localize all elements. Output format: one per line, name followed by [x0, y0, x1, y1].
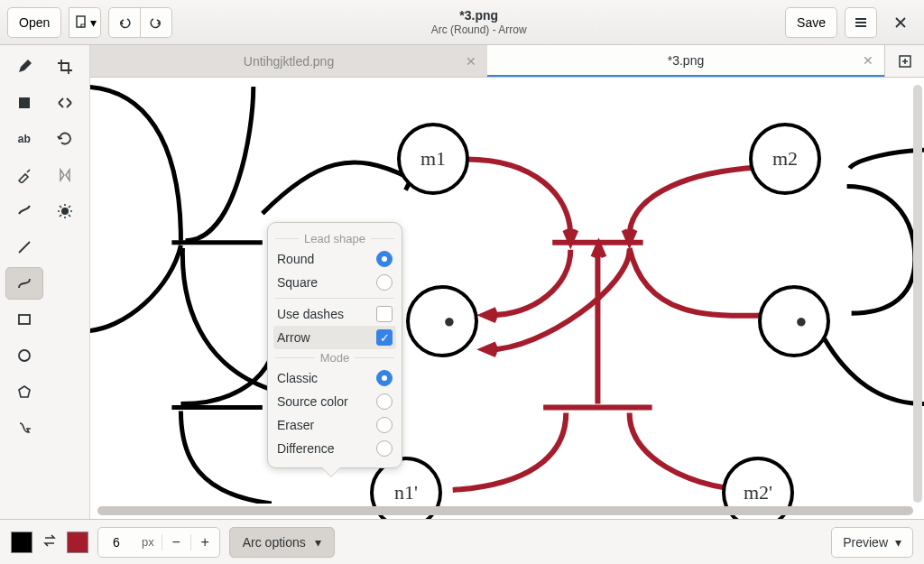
increase-button[interactable]: +	[190, 534, 219, 550]
option-label: Difference	[277, 441, 335, 456]
svg-rect-3	[19, 315, 30, 324]
radio-icon	[376, 440, 393, 457]
rotate-tool[interactable]	[47, 123, 85, 155]
menu-button[interactable]	[845, 7, 877, 38]
close-window-button[interactable]	[884, 7, 917, 38]
curve-tool[interactable]	[5, 267, 43, 300]
popover-section-title: Lead shape	[275, 230, 394, 247]
rotate-icon	[57, 131, 73, 147]
diagram-node: ●	[406, 285, 478, 357]
option-source-color[interactable]: Source color	[275, 390, 394, 413]
tab-label: Untihgjktled.png	[244, 54, 334, 69]
canvas[interactable]: m1 m2 ● ● n1' m2'	[90, 78, 924, 519]
polygon-icon	[16, 384, 32, 400]
scale-tool[interactable]	[47, 87, 85, 119]
option-square[interactable]: Square	[275, 271, 394, 294]
flip-tool[interactable]	[47, 159, 85, 191]
flip-icon	[57, 167, 73, 183]
new-doc-icon	[74, 15, 88, 30]
stroke-size-input[interactable]	[98, 535, 134, 550]
select-tool[interactable]	[5, 87, 43, 119]
swap-colors-button[interactable]	[42, 532, 58, 551]
smudge-tool[interactable]	[5, 195, 43, 227]
tab-close-button[interactable]: ✕	[863, 53, 873, 68]
stroke-size-control: px − +	[97, 527, 220, 558]
node-label: m2	[772, 147, 798, 171]
text-tool[interactable]: ab	[5, 123, 43, 155]
circle-icon	[16, 347, 32, 364]
crop-tool[interactable]	[47, 51, 85, 83]
radio-icon	[376, 251, 393, 267]
polygon-tool[interactable]	[5, 375, 43, 408]
option-dashes[interactable]: Use dashes	[275, 302, 394, 326]
hamburger-icon	[854, 15, 868, 30]
freeform-icon	[16, 420, 32, 436]
option-label: Round	[277, 252, 314, 266]
redo-icon	[149, 15, 163, 30]
window-subtitle: Arc (Round) - Arrow	[180, 23, 778, 36]
new-tab-icon	[898, 54, 912, 69]
circle-tool[interactable]	[5, 339, 43, 372]
new-group: ▾	[69, 7, 101, 38]
option-classic[interactable]: Classic	[275, 366, 394, 390]
preview-button[interactable]: Preview ▾	[831, 527, 913, 558]
curve-icon	[16, 275, 32, 291]
tab-0[interactable]: Untihgjktled.png ✕	[90, 45, 487, 77]
new-tab-button[interactable]	[884, 45, 924, 77]
freeform-tool[interactable]	[5, 411, 43, 444]
undo-button[interactable]	[108, 7, 141, 38]
divider	[275, 298, 394, 299]
foreground-color[interactable]	[11, 532, 32, 553]
window-title: *3.png	[180, 8, 778, 23]
save-button[interactable]: Save	[785, 7, 837, 38]
picker-icon	[16, 167, 32, 183]
diagram-node: m1	[397, 123, 469, 195]
tab-close-button[interactable]: ✕	[466, 54, 476, 69]
line-icon	[16, 239, 32, 255]
option-difference[interactable]: Difference	[275, 437, 394, 460]
bottombar: px − + Arc options ▾ Preview ▾	[0, 519, 924, 564]
new-button[interactable]: ▾	[69, 7, 101, 38]
expand-icon	[57, 95, 73, 111]
node-label: m2'	[744, 481, 772, 504]
brightness-tool[interactable]	[47, 195, 85, 227]
tab-1[interactable]: *3.png ✕	[487, 45, 884, 77]
diagram-node: m2	[749, 123, 821, 195]
radio-icon	[376, 393, 393, 410]
undo-redo-group	[108, 7, 172, 38]
option-label: Square	[277, 275, 318, 290]
vertical-scrollbar[interactable]	[913, 85, 922, 503]
content: Untihgjktled.png ✕ *3.png ✕	[90, 45, 924, 519]
chevron-down-icon: ▾	[895, 535, 901, 550]
line-tool[interactable]	[5, 231, 43, 264]
checkbox-icon: ✓	[376, 329, 393, 346]
rectangle-icon	[16, 311, 32, 328]
pencil-tool[interactable]	[5, 51, 43, 83]
decrease-button[interactable]: −	[162, 534, 190, 550]
headerbar: Open ▾ *3.png Arc (Round) - Arrow Save	[0, 0, 924, 45]
option-round[interactable]: Round	[275, 247, 394, 271]
diagram-node: ●	[758, 285, 830, 357]
option-arrow[interactable]: Arrow✓	[273, 326, 396, 349]
node-label: m1	[420, 147, 446, 171]
arc-options-button[interactable]: Arc options ▾	[229, 527, 335, 558]
select-icon	[17, 96, 32, 110]
window-titles: *3.png Arc (Round) - Arrow	[180, 8, 778, 36]
main: ab Untihgjktled.png ✕ *3.png ✕	[0, 45, 924, 519]
option-eraser[interactable]: Eraser	[275, 413, 394, 437]
open-button[interactable]: Open	[7, 7, 61, 38]
background-color[interactable]	[67, 532, 88, 553]
stroke-size-unit: px	[134, 535, 162, 549]
horizontal-scrollbar[interactable]	[97, 506, 913, 515]
swap-icon	[42, 532, 58, 549]
checkbox-icon	[376, 306, 393, 322]
picker-tool[interactable]	[5, 159, 43, 191]
redo-button[interactable]	[140, 7, 172, 38]
pencil-icon	[16, 59, 32, 75]
smudge-icon	[16, 203, 32, 219]
close-icon	[893, 15, 908, 30]
svg-rect-1	[19, 97, 30, 108]
option-label: Eraser	[277, 418, 314, 432]
tab-label: *3.png	[668, 53, 704, 68]
rectangle-tool[interactable]	[5, 303, 43, 336]
